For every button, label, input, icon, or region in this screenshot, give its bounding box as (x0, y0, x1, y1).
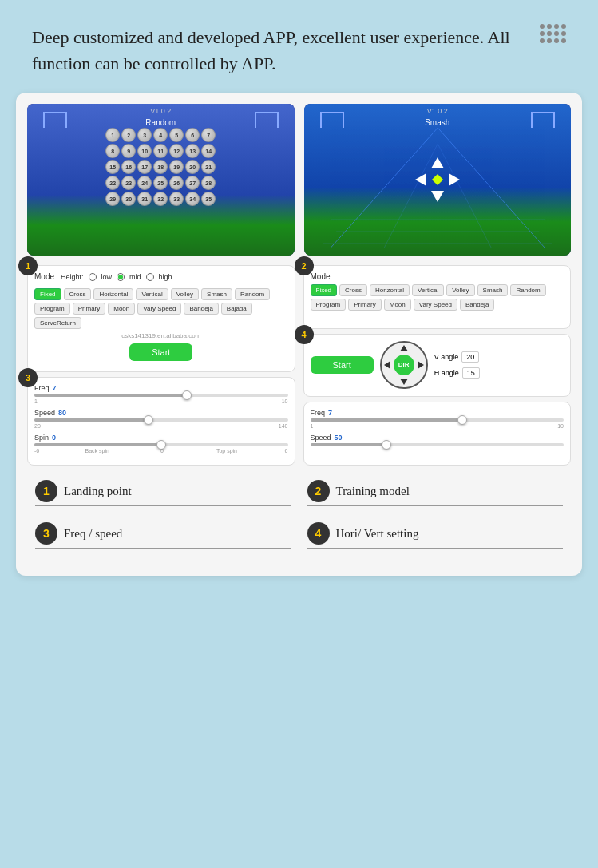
mode-btn-cross[interactable]: Cross (64, 288, 92, 300)
high-radio[interactable] (146, 273, 154, 281)
ball-7[interactable]: 7 (201, 128, 216, 142)
right-mode-btn-volley[interactable]: Volley (446, 284, 474, 296)
mode-btn-fixed[interactable]: Fixed (34, 288, 61, 300)
v-angle-value: 20 (461, 351, 479, 363)
right-version: V1.0.2 (427, 107, 448, 115)
controls-row: 1 Mode Height: low mid high FixedCrossHo… (27, 265, 571, 466)
ball-16[interactable]: 16 (121, 160, 136, 174)
ball-10[interactable]: 10 (137, 144, 152, 158)
right-mode-btn-moon[interactable]: Moon (384, 299, 411, 311)
right-mode-btn-horizontal[interactable]: Horizontal (370, 284, 410, 296)
mode-btn-servereturn[interactable]: ServeReturn (34, 317, 81, 329)
ball-11[interactable]: 11 (153, 144, 168, 158)
speed-min: 20 (34, 423, 41, 429)
mode-btn-vary-speed[interactable]: Vary Speed (137, 303, 181, 315)
right-mode-btn-cross[interactable]: Cross (339, 284, 367, 296)
left-start-button[interactable]: Start (129, 343, 192, 361)
speed-slider-row: Speed 80 20 140 (34, 409, 288, 429)
ball-32[interactable]: 32 (153, 192, 168, 206)
ball-27[interactable]: 27 (185, 176, 200, 190)
ball-12[interactable]: 12 (169, 144, 184, 158)
speed-thumb[interactable] (144, 415, 153, 425)
spin-fill (34, 443, 161, 446)
ball-5[interactable]: 5 (169, 128, 184, 142)
right-mode-btn-bandeja[interactable]: Bandeja (460, 299, 494, 311)
right-mode-btn-smash[interactable]: Smash (477, 284, 509, 296)
ball-14[interactable]: 14 (201, 144, 216, 158)
ball-35[interactable]: 35 (201, 192, 216, 206)
mode-btn-random[interactable]: Random (235, 288, 270, 300)
ball-15[interactable]: 15 (105, 160, 120, 174)
right-mode-btn-program[interactable]: Program (311, 299, 347, 311)
ball-26[interactable]: 26 (169, 176, 184, 190)
ball-2[interactable]: 2 (121, 128, 136, 142)
ball-30[interactable]: 30 (121, 192, 136, 206)
angle-settings: V angle 20 H angle 15 (434, 351, 480, 379)
right-freq-slider-row: Freq 7 1 10 (311, 409, 564, 429)
ball-3[interactable]: 3 (137, 128, 152, 142)
ball-34[interactable]: 34 (185, 192, 200, 206)
legend-section: 1Landing point2Training model3Freq / spe… (27, 480, 571, 549)
right-screen: V1.0.2 Smash (304, 104, 572, 256)
mode-btn-moon[interactable]: Moon (108, 303, 135, 315)
right-mode-btn-primary[interactable]: Primary (348, 299, 382, 311)
mid-radio[interactable] (117, 273, 125, 281)
ball-1[interactable]: 1 (105, 128, 120, 142)
right-freq-track[interactable] (311, 418, 564, 422)
ball-24[interactable]: 24 (137, 176, 152, 190)
freq-track[interactable] (34, 394, 288, 397)
low-radio[interactable] (89, 273, 97, 281)
legend-row: 3Freq / speed4Hori/ Vert setting (35, 522, 563, 549)
right-freq-thumb[interactable] (457, 415, 467, 425)
ball-13[interactable]: 13 (185, 144, 200, 158)
right-court: V1.0.2 Smash (304, 104, 572, 256)
header-section: Deep customized and developed APP, excel… (0, 0, 598, 93)
ball-29[interactable]: 29 (105, 192, 120, 206)
ball-4[interactable]: 4 (153, 128, 168, 142)
freq-min: 1 (34, 398, 38, 404)
mode-btn-bajada[interactable]: Bajada (221, 303, 252, 315)
ball-9[interactable]: 9 (121, 144, 136, 158)
speed-track[interactable] (34, 418, 288, 422)
arrow-up-icon (431, 157, 444, 168)
right-speed-track[interactable] (311, 443, 564, 446)
ball-28[interactable]: 28 (201, 176, 216, 190)
dir-label[interactable]: DIR (394, 355, 414, 375)
back-spin-label: Back spin (85, 448, 109, 454)
ball-18[interactable]: 18 (153, 160, 168, 174)
mode-btn-program[interactable]: Program (34, 303, 70, 315)
ball-17[interactable]: 17 (137, 160, 152, 174)
ball-31[interactable]: 31 (137, 192, 152, 206)
right-start-button[interactable]: Start (311, 356, 374, 374)
ball-21[interactable]: 21 (201, 160, 216, 174)
mode-btn-volley[interactable]: Volley (171, 288, 199, 300)
dir-circle[interactable]: DIR (380, 341, 428, 389)
right-speed-thumb[interactable] (382, 440, 391, 450)
right-mode-btn-random[interactable]: Random (510, 284, 545, 296)
freq-thumb[interactable] (182, 390, 192, 400)
speed-label: Speed (34, 409, 55, 417)
mid-label: mid (129, 273, 141, 281)
legend-text-3: Hori/ Vert setting (336, 527, 419, 541)
ball-19[interactable]: 19 (169, 160, 184, 174)
right-mode-btn-fixed[interactable]: Fixed (311, 284, 338, 296)
ball-20[interactable]: 20 (185, 160, 200, 174)
mode-btn-vertical[interactable]: Vertical (136, 288, 168, 300)
mode-btn-smash[interactable]: Smash (201, 288, 232, 300)
spin-track[interactable] (34, 443, 288, 446)
ball-25[interactable]: 25 (153, 176, 168, 190)
ball-23[interactable]: 23 (121, 176, 136, 190)
mode-btn-horizontal[interactable]: Horizontal (93, 288, 133, 300)
right-mode-btn-vertical[interactable]: Vertical (412, 284, 444, 296)
ball-8[interactable]: 8 (105, 144, 120, 158)
mode-btn-primary[interactable]: Primary (73, 303, 106, 315)
balls-row: 15161718192021 (93, 160, 228, 174)
direction-arrows (414, 156, 461, 204)
watermark: csks141319.en.alibaba.com (34, 332, 288, 339)
ball-22[interactable]: 22 (105, 176, 120, 190)
balls-container: 1234567891011121314151617181920212223242… (93, 128, 228, 208)
mode-btn-bandeja[interactable]: Bandeja (184, 303, 218, 315)
ball-6[interactable]: 6 (185, 128, 200, 142)
right-mode-btn-vary-speed[interactable]: Vary Speed (414, 299, 457, 311)
ball-33[interactable]: 33 (169, 192, 184, 206)
